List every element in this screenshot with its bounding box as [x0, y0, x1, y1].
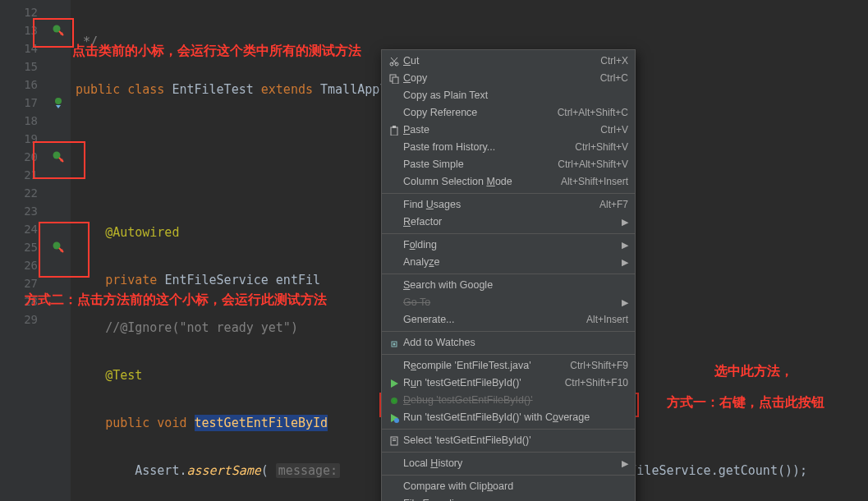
line-number: 22 — [0, 184, 46, 202]
code-editor: 12 13 14 15 16 17 18 19 20 21 22 23 24 2… — [0, 0, 868, 501]
svg-point-2 — [55, 98, 62, 104]
line-number: 23 — [0, 202, 46, 220]
ctx-local-history[interactable]: Local History▶ — [382, 455, 635, 472]
ctx-debug-test: Debug 'testGetEntFileById()' — [382, 392, 635, 409]
menu-separator — [382, 193, 635, 194]
ctx-recompile[interactable]: Recompile 'EntFileTest.java'Ctrl+Shift+F… — [382, 357, 635, 375]
ctx-run-coverage[interactable]: Run 'testGetEntFileById()' with Coverage — [382, 409, 635, 426]
menu-separator — [382, 429, 635, 430]
ctx-file-encoding[interactable]: File Encoding — [382, 495, 635, 501]
ctx-column-mode[interactable]: Column Selection ModeAlt+Shift+Insert — [382, 173, 635, 191]
ctx-generate[interactable]: Generate...Alt+Insert — [382, 311, 635, 329]
line-number: 24 — [0, 220, 46, 238]
ctx-search-google[interactable]: Search with Google — [382, 277, 635, 294]
line-number: 21 — [0, 166, 46, 184]
select-config-icon — [387, 436, 402, 446]
cut-icon — [387, 57, 402, 67]
ctx-goto: Go To▶ — [382, 294, 635, 311]
menu-separator — [382, 273, 635, 274]
ctx-analyze[interactable]: Analyze▶ — [382, 254, 635, 271]
line-number: 15 — [0, 57, 46, 76]
line-number: 14 — [0, 39, 46, 57]
run-icon-gutter — [46, 0, 71, 501]
svg-rect-21 — [393, 439, 396, 439]
submenu-arrow-icon: ▶ — [622, 455, 628, 472]
ctx-find-usages[interactable]: Find UsagesAlt+F7 — [382, 196, 635, 214]
ctx-add-watches[interactable]: Add to Watches — [382, 334, 635, 352]
line-number: 16 — [0, 76, 46, 94]
annotation-text: 方式一：右键，点击此按钮 — [667, 394, 824, 411]
ctx-paste[interactable]: PasteCtrl+V — [382, 122, 635, 139]
ctx-refactor[interactable]: Refactor▶ — [382, 214, 635, 231]
line-number: 17 — [0, 94, 46, 112]
debug-icon — [387, 396, 402, 406]
annotation-text: 方式二：点击方法前的这个小标，会运行此测试方法 — [25, 292, 327, 309]
svg-rect-12 — [391, 127, 397, 136]
annotation-text: 选中此方法， — [714, 363, 793, 380]
menu-separator — [382, 452, 635, 453]
submenu-arrow-icon: ▶ — [622, 237, 628, 254]
svg-point-19 — [394, 418, 399, 423]
line-number: 25 — [0, 238, 46, 256]
svg-rect-22 — [393, 440, 396, 441]
ctx-run-test[interactable]: Run 'testGetEntFileById()'Ctrl+Shift+F10 — [382, 375, 635, 392]
svg-rect-13 — [393, 126, 396, 128]
coverage-icon — [387, 413, 402, 423]
line-number: 26 — [0, 256, 46, 274]
run-test-icon[interactable] — [46, 238, 71, 256]
submenu-arrow-icon: ▶ — [622, 254, 628, 271]
ctx-paste-history[interactable]: Paste from History...Ctrl+Shift+V — [382, 139, 635, 156]
jump-to-impl-icon[interactable] — [46, 94, 71, 112]
line-number: 20 — [0, 148, 46, 166]
line-number: 19 — [0, 130, 46, 148]
svg-point-15 — [393, 342, 396, 345]
svg-rect-11 — [393, 77, 398, 84]
menu-separator — [382, 475, 635, 476]
line-number: 18 — [0, 112, 46, 130]
ctx-copy-plain[interactable]: Copy as Plain Text — [382, 87, 635, 104]
ctx-cut[interactable]: CCutut Ctrl+X — [382, 53, 635, 70]
paste-icon — [387, 126, 402, 136]
ctx-copy[interactable]: Copy Ctrl+C — [382, 70, 635, 87]
run-icon — [387, 379, 402, 388]
line-number: 29 — [0, 310, 46, 329]
line-number: 12 — [0, 3, 46, 21]
copy-icon — [387, 74, 402, 84]
ctx-paste-simple[interactable]: Paste SimpleCtrl+Alt+Shift+V — [382, 156, 635, 173]
submenu-arrow-icon: ▶ — [622, 214, 628, 231]
line-number-gutter: 12 13 14 15 16 17 18 19 20 21 22 23 24 2… — [0, 0, 46, 501]
svg-marker-3 — [56, 105, 61, 108]
ctx-compare-clipboard[interactable]: Compare with Clipboard — [382, 478, 635, 495]
ctx-select-config[interactable]: Select 'testGetEntFileById()' — [382, 432, 635, 449]
annotation-text: 点击类前的小标，会运行这个类中所有的测试方法 — [72, 43, 361, 60]
watches-icon — [387, 338, 402, 348]
menu-separator — [382, 354, 635, 355]
run-class-icon[interactable] — [46, 21, 71, 39]
menu-separator — [382, 233, 635, 234]
menu-separator — [382, 331, 635, 332]
context-menu: CCutut Ctrl+X Copy Ctrl+C Copy as Plain … — [381, 49, 636, 501]
ctx-copy-ref[interactable]: Copy ReferenceCtrl+Alt+Shift+C — [382, 104, 635, 122]
ctx-folding[interactable]: Folding▶ — [382, 237, 635, 254]
run-test-icon[interactable] — [46, 148, 71, 166]
line-number: 13 — [0, 21, 46, 39]
svg-marker-16 — [391, 379, 398, 388]
line-number: 27 — [0, 274, 46, 292]
selected-method-name: testGetEntFileById — [195, 415, 328, 431]
